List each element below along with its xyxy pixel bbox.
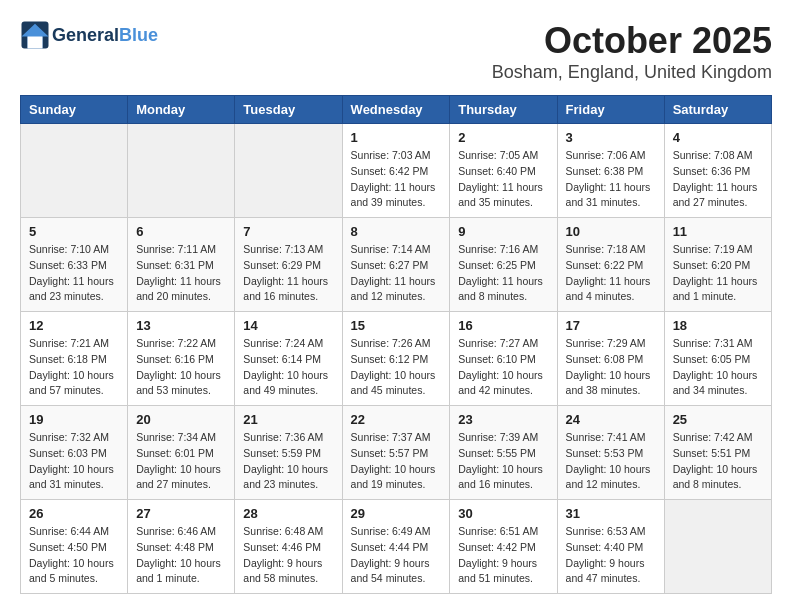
day-info: Sunrise: 6:49 AM Sunset: 4:44 PM Dayligh… <box>351 524 442 587</box>
day-info: Sunrise: 7:16 AM Sunset: 6:25 PM Dayligh… <box>458 242 548 305</box>
day-info: Sunrise: 7:03 AM Sunset: 6:42 PM Dayligh… <box>351 148 442 211</box>
day-info: Sunrise: 7:08 AM Sunset: 6:36 PM Dayligh… <box>673 148 763 211</box>
calendar-day-cell: 5Sunrise: 7:10 AM Sunset: 6:33 PM Daylig… <box>21 218 128 312</box>
day-info: Sunrise: 6:44 AM Sunset: 4:50 PM Dayligh… <box>29 524 119 587</box>
day-number: 23 <box>458 412 548 427</box>
day-number: 19 <box>29 412 119 427</box>
day-number: 17 <box>566 318 656 333</box>
calendar-day-cell: 2Sunrise: 7:05 AM Sunset: 6:40 PM Daylig… <box>450 124 557 218</box>
location-title: Bosham, England, United Kingdom <box>492 62 772 83</box>
day-number: 28 <box>243 506 333 521</box>
day-info: Sunrise: 7:22 AM Sunset: 6:16 PM Dayligh… <box>136 336 226 399</box>
day-number: 14 <box>243 318 333 333</box>
day-number: 30 <box>458 506 548 521</box>
calendar-day-cell: 14Sunrise: 7:24 AM Sunset: 6:14 PM Dayli… <box>235 312 342 406</box>
calendar-day-cell: 29Sunrise: 6:49 AM Sunset: 4:44 PM Dayli… <box>342 500 450 594</box>
day-number: 6 <box>136 224 226 239</box>
day-info: Sunrise: 7:13 AM Sunset: 6:29 PM Dayligh… <box>243 242 333 305</box>
day-info: Sunrise: 7:32 AM Sunset: 6:03 PM Dayligh… <box>29 430 119 493</box>
day-info: Sunrise: 7:27 AM Sunset: 6:10 PM Dayligh… <box>458 336 548 399</box>
calendar-week-row: 12Sunrise: 7:21 AM Sunset: 6:18 PM Dayli… <box>21 312 772 406</box>
calendar-day-cell <box>128 124 235 218</box>
day-info: Sunrise: 7:26 AM Sunset: 6:12 PM Dayligh… <box>351 336 442 399</box>
calendar-day-cell: 26Sunrise: 6:44 AM Sunset: 4:50 PM Dayli… <box>21 500 128 594</box>
month-title: October 2025 <box>492 20 772 62</box>
calendar-day-cell: 1Sunrise: 7:03 AM Sunset: 6:42 PM Daylig… <box>342 124 450 218</box>
calendar-body: 1Sunrise: 7:03 AM Sunset: 6:42 PM Daylig… <box>21 124 772 594</box>
calendar-day-cell: 16Sunrise: 7:27 AM Sunset: 6:10 PM Dayli… <box>450 312 557 406</box>
day-number: 21 <box>243 412 333 427</box>
day-number: 20 <box>136 412 226 427</box>
calendar-day-cell: 19Sunrise: 7:32 AM Sunset: 6:03 PM Dayli… <box>21 406 128 500</box>
day-number: 31 <box>566 506 656 521</box>
day-number: 2 <box>458 130 548 145</box>
day-info: Sunrise: 7:24 AM Sunset: 6:14 PM Dayligh… <box>243 336 333 399</box>
day-info: Sunrise: 7:41 AM Sunset: 5:53 PM Dayligh… <box>566 430 656 493</box>
day-info: Sunrise: 6:53 AM Sunset: 4:40 PM Dayligh… <box>566 524 656 587</box>
calendar: SundayMondayTuesdayWednesdayThursdayFrid… <box>20 95 772 594</box>
day-number: 9 <box>458 224 548 239</box>
calendar-day-cell: 3Sunrise: 7:06 AM Sunset: 6:38 PM Daylig… <box>557 124 664 218</box>
day-number: 11 <box>673 224 763 239</box>
day-number: 16 <box>458 318 548 333</box>
day-number: 27 <box>136 506 226 521</box>
calendar-day-cell: 15Sunrise: 7:26 AM Sunset: 6:12 PM Dayli… <box>342 312 450 406</box>
weekday-header-cell: Thursday <box>450 96 557 124</box>
day-number: 1 <box>351 130 442 145</box>
day-info: Sunrise: 7:06 AM Sunset: 6:38 PM Dayligh… <box>566 148 656 211</box>
weekday-header-cell: Tuesday <box>235 96 342 124</box>
day-number: 24 <box>566 412 656 427</box>
day-info: Sunrise: 7:37 AM Sunset: 5:57 PM Dayligh… <box>351 430 442 493</box>
day-info: Sunrise: 7:10 AM Sunset: 6:33 PM Dayligh… <box>29 242 119 305</box>
title-section: October 2025 Bosham, England, United Kin… <box>492 20 772 83</box>
day-number: 13 <box>136 318 226 333</box>
day-info: Sunrise: 7:05 AM Sunset: 6:40 PM Dayligh… <box>458 148 548 211</box>
calendar-day-cell: 31Sunrise: 6:53 AM Sunset: 4:40 PM Dayli… <box>557 500 664 594</box>
calendar-day-cell: 28Sunrise: 6:48 AM Sunset: 4:46 PM Dayli… <box>235 500 342 594</box>
day-info: Sunrise: 7:42 AM Sunset: 5:51 PM Dayligh… <box>673 430 763 493</box>
calendar-day-cell: 9Sunrise: 7:16 AM Sunset: 6:25 PM Daylig… <box>450 218 557 312</box>
weekday-header-cell: Monday <box>128 96 235 124</box>
day-info: Sunrise: 7:34 AM Sunset: 6:01 PM Dayligh… <box>136 430 226 493</box>
calendar-day-cell: 24Sunrise: 7:41 AM Sunset: 5:53 PM Dayli… <box>557 406 664 500</box>
day-number: 5 <box>29 224 119 239</box>
weekday-header-cell: Sunday <box>21 96 128 124</box>
weekday-header-row: SundayMondayTuesdayWednesdayThursdayFrid… <box>21 96 772 124</box>
calendar-day-cell: 6Sunrise: 7:11 AM Sunset: 6:31 PM Daylig… <box>128 218 235 312</box>
calendar-week-row: 5Sunrise: 7:10 AM Sunset: 6:33 PM Daylig… <box>21 218 772 312</box>
day-number: 25 <box>673 412 763 427</box>
calendar-day-cell <box>21 124 128 218</box>
day-number: 4 <box>673 130 763 145</box>
day-number: 12 <box>29 318 119 333</box>
svg-rect-2 <box>28 37 43 49</box>
calendar-week-row: 1Sunrise: 7:03 AM Sunset: 6:42 PM Daylig… <box>21 124 772 218</box>
calendar-day-cell: 10Sunrise: 7:18 AM Sunset: 6:22 PM Dayli… <box>557 218 664 312</box>
calendar-day-cell: 12Sunrise: 7:21 AM Sunset: 6:18 PM Dayli… <box>21 312 128 406</box>
calendar-day-cell: 25Sunrise: 7:42 AM Sunset: 5:51 PM Dayli… <box>664 406 771 500</box>
weekday-header-cell: Wednesday <box>342 96 450 124</box>
calendar-day-cell: 27Sunrise: 6:46 AM Sunset: 4:48 PM Dayli… <box>128 500 235 594</box>
calendar-day-cell: 20Sunrise: 7:34 AM Sunset: 6:01 PM Dayli… <box>128 406 235 500</box>
day-info: Sunrise: 6:48 AM Sunset: 4:46 PM Dayligh… <box>243 524 333 587</box>
calendar-day-cell: 7Sunrise: 7:13 AM Sunset: 6:29 PM Daylig… <box>235 218 342 312</box>
day-info: Sunrise: 7:29 AM Sunset: 6:08 PM Dayligh… <box>566 336 656 399</box>
day-number: 22 <box>351 412 442 427</box>
day-info: Sunrise: 6:46 AM Sunset: 4:48 PM Dayligh… <box>136 524 226 587</box>
day-number: 15 <box>351 318 442 333</box>
day-info: Sunrise: 7:18 AM Sunset: 6:22 PM Dayligh… <box>566 242 656 305</box>
day-info: Sunrise: 7:21 AM Sunset: 6:18 PM Dayligh… <box>29 336 119 399</box>
calendar-day-cell: 30Sunrise: 6:51 AM Sunset: 4:42 PM Dayli… <box>450 500 557 594</box>
day-number: 29 <box>351 506 442 521</box>
calendar-day-cell: 21Sunrise: 7:36 AM Sunset: 5:59 PM Dayli… <box>235 406 342 500</box>
calendar-day-cell: 17Sunrise: 7:29 AM Sunset: 6:08 PM Dayli… <box>557 312 664 406</box>
day-info: Sunrise: 7:31 AM Sunset: 6:05 PM Dayligh… <box>673 336 763 399</box>
day-number: 26 <box>29 506 119 521</box>
calendar-day-cell: 4Sunrise: 7:08 AM Sunset: 6:36 PM Daylig… <box>664 124 771 218</box>
day-info: Sunrise: 7:19 AM Sunset: 6:20 PM Dayligh… <box>673 242 763 305</box>
weekday-header-cell: Friday <box>557 96 664 124</box>
day-info: Sunrise: 7:39 AM Sunset: 5:55 PM Dayligh… <box>458 430 548 493</box>
day-info: Sunrise: 6:51 AM Sunset: 4:42 PM Dayligh… <box>458 524 548 587</box>
calendar-day-cell: 13Sunrise: 7:22 AM Sunset: 6:16 PM Dayli… <box>128 312 235 406</box>
calendar-day-cell <box>664 500 771 594</box>
logo-text-blue: Blue <box>119 25 158 46</box>
